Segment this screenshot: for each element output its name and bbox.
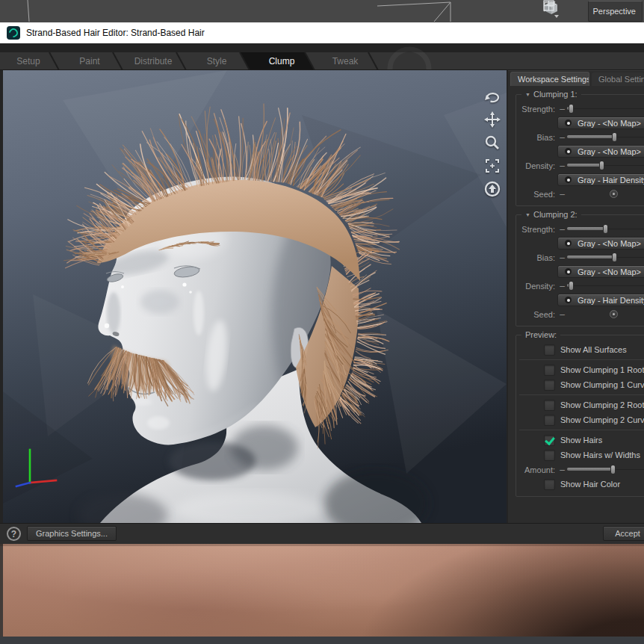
tab-workspace-settings[interactable]: Workspace Settings — [510, 72, 589, 86]
viewport-render — [3, 70, 507, 523]
tab-tweak[interactable]: Tweak — [332, 56, 359, 66]
clumping-1-group: ▼ Clumping 1: Strength: – Gray - <No Map… — [515, 94, 644, 206]
map-dot-icon — [565, 120, 572, 126]
slider-decrement[interactable]: – — [559, 191, 566, 198]
nose-highlight — [105, 323, 109, 328]
3d-viewport[interactable] — [3, 70, 507, 523]
viewport-nav-tools — [481, 87, 504, 199]
slider-decrement[interactable]: – — [559, 254, 566, 261]
show-hairs-widths-row: Show Hairs w/ Widths — [516, 448, 644, 462]
hair-editor-app-icon — [7, 26, 20, 40]
slider-handle[interactable] — [599, 161, 604, 170]
slider-handle[interactable] — [603, 224, 608, 234]
show-clumping1-roots-row: Show Clumping 1 Roots — [516, 362, 644, 377]
show-clumping1-curves-checkbox[interactable] — [544, 380, 555, 391]
node-cube-icon[interactable] — [566, 2, 583, 20]
c1-density-map-row: Gray - Hair Density — [516, 173, 644, 187]
c2-strength-row: Strength: – — [516, 222, 644, 236]
clumping-1-header[interactable]: ▼ Clumping 1: — [521, 90, 581, 99]
slider-handle[interactable] — [612, 253, 617, 262]
frame-tool-icon[interactable] — [483, 156, 502, 176]
collapse-arrow-icon[interactable]: ▼ — [525, 92, 530, 97]
show-all-surfaces-checkbox[interactable] — [544, 344, 555, 356]
show-clumping2-roots-row: Show Clumping 2 Roots — [516, 397, 644, 412]
c2-density-map-row: Gray - Hair Density — [516, 293, 644, 307]
divider — [519, 394, 644, 395]
tab-paint[interactable]: Paint — [79, 56, 100, 66]
show-clumping2-curves-checkbox[interactable] — [544, 415, 555, 426]
dialog-title: Strand-Based Hair Editor: Strand-Based H… — [26, 28, 205, 38]
c2-density-row: Density: – — [516, 279, 644, 293]
map-dot-icon — [565, 240, 572, 247]
c2-density-slider[interactable] — [567, 281, 644, 291]
c2-seed-knob[interactable] — [610, 310, 618, 318]
slider-handle[interactable] — [569, 281, 574, 291]
c1-bias-map-row: Gray - <No Map> — [516, 144, 644, 158]
accept-button[interactable]: Accept — [603, 526, 644, 541]
c1-bias-map-button[interactable]: Gray - <No Map> — [557, 145, 644, 158]
show-hairs-widths-checkbox[interactable] — [544, 450, 555, 461]
c2-bias-map-row: Gray - <No Map> — [516, 264, 644, 279]
map-dot-icon — [565, 176, 572, 183]
c2-density-map-button[interactable]: Gray - Hair Density — [557, 294, 644, 306]
slider-handle[interactable] — [612, 132, 617, 142]
clumping-2-header[interactable]: ▼ Clumping 2: — [521, 210, 581, 219]
view-selector[interactable]: Perspective — [588, 1, 643, 22]
c1-density-map-button[interactable]: Gray - Hair Density — [557, 173, 644, 186]
tab-clump[interactable]: Clump — [269, 56, 295, 66]
c2-strength-map-row: Gray - <No Map> — [516, 236, 644, 250]
slider-decrement[interactable]: – — [559, 226, 566, 233]
show-hairs-checkbox[interactable] — [544, 435, 555, 446]
tab-distribute[interactable]: Distribute — [134, 56, 173, 66]
dialog-body: Workspace Settings Global Settings ▼ Clu… — [0, 70, 644, 523]
slider-decrement[interactable]: – — [559, 105, 566, 113]
editor-tab-strip: Setup Paint Distribute Style Clump Tweak — [0, 43, 644, 70]
slider-decrement[interactable]: – — [559, 282, 566, 290]
show-hairs-row: Show Hairs — [516, 433, 644, 448]
show-clumping2-roots-checkbox[interactable] — [544, 400, 555, 411]
collapse-arrow-icon[interactable]: ▼ — [525, 212, 530, 217]
show-clumping2-curves-row: Show Clumping 2 Curves — [516, 412, 644, 427]
view-selector-label: Perspective — [593, 7, 636, 16]
app-toolbar: Perspective — [0, 0, 644, 22]
c2-strength-slider[interactable] — [567, 224, 644, 234]
c1-density-slider[interactable] — [567, 161, 644, 170]
orbit-tool-icon[interactable] — [483, 87, 502, 106]
show-all-surfaces-row: Show All Surfaces — [516, 342, 644, 357]
tab-global-settings[interactable]: Global Settings — [592, 72, 644, 86]
show-clumping1-roots-checkbox[interactable] — [544, 365, 555, 376]
c1-seed-knob[interactable] — [610, 190, 618, 198]
c1-strength-slider[interactable] — [567, 104, 644, 114]
divider — [519, 359, 644, 360]
tab-style[interactable]: Style — [207, 56, 227, 66]
map-dot-icon — [565, 268, 572, 275]
dialog-footer: ? Graphics Settings... Accept — [0, 523, 644, 544]
amount-slider[interactable] — [567, 465, 644, 474]
slider-handle[interactable] — [610, 465, 616, 474]
map-dot-icon — [565, 297, 572, 303]
c2-bias-slider[interactable] — [567, 253, 644, 262]
graphics-settings-button[interactable]: Graphics Settings... — [27, 526, 117, 541]
preview-group: Preview: Show All Surfaces Show Clumping… — [515, 335, 644, 497]
slider-decrement[interactable]: – — [559, 162, 566, 170]
reset-view-tool-icon[interactable] — [483, 179, 502, 199]
c1-strength-map-row: Gray - <No Map> — [516, 116, 644, 130]
help-button[interactable]: ? — [7, 527, 21, 541]
tab-setup[interactable]: Setup — [16, 56, 40, 66]
c1-strength-map-button[interactable]: Gray - <No Map> — [557, 117, 644, 129]
background-scene-edge — [0, 637, 644, 644]
c2-strength-map-button[interactable]: Gray - <No Map> — [557, 237, 644, 250]
show-clumping1-curves-row: Show Clumping 1 Curves — [516, 377, 644, 392]
slider-decrement[interactable]: – — [559, 311, 566, 318]
zoom-tool-icon[interactable] — [483, 133, 502, 152]
c1-bias-slider[interactable] — [567, 132, 644, 142]
settings-panel: Workspace Settings Global Settings ▼ Clu… — [508, 70, 644, 523]
slider-decrement[interactable]: – — [559, 134, 566, 141]
dropdown-caret[interactable] — [554, 15, 559, 18]
show-hair-color-checkbox[interactable] — [544, 479, 555, 490]
slider-handle[interactable] — [569, 104, 574, 114]
preview-header: Preview: — [521, 330, 560, 339]
slider-decrement[interactable]: – — [559, 466, 566, 474]
pan-tool-icon[interactable] — [483, 110, 502, 129]
c2-bias-map-button[interactable]: Gray - <No Map> — [557, 265, 644, 278]
